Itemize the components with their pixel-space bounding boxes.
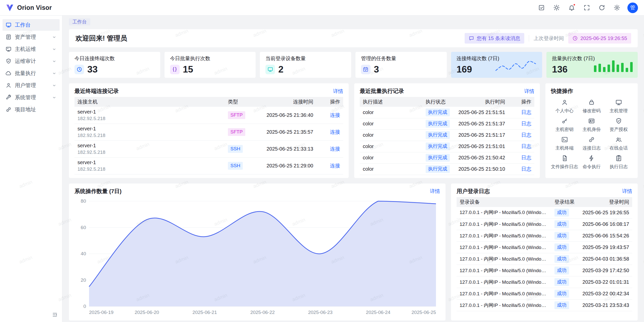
quick-action-host-manage[interactable]: 主机管理 xyxy=(605,97,632,116)
status-cell: 执行完成 xyxy=(423,152,454,163)
result-cell: 成功 xyxy=(551,265,578,276)
protocol-tag: SFTP xyxy=(228,128,245,136)
link-icon xyxy=(588,136,595,143)
status-cell: 执行完成 xyxy=(423,118,454,129)
status-tag: 执行完成 xyxy=(426,120,450,128)
connect-link[interactable]: 连接 xyxy=(330,129,340,135)
table-row: server-1182.92.5.218SSH2025-06-25 21:29:… xyxy=(74,157,343,174)
sidebar-item-project-url[interactable]: 项目地址 xyxy=(3,104,60,115)
result-tag: 成功 xyxy=(554,290,569,298)
type-cell: SFTP xyxy=(225,124,260,140)
users-icon xyxy=(615,136,622,143)
stat-value: 3 xyxy=(374,64,379,75)
connect-link[interactable]: 连接 xyxy=(330,146,340,152)
connect-link[interactable]: 连接 xyxy=(330,163,340,168)
unread-messages-pill[interactable]: 您有 15 条未读消息 xyxy=(465,33,524,44)
quick-action-online-session[interactable]: 在线会话 xyxy=(605,134,632,153)
protocol-tag: SSH xyxy=(228,145,243,153)
quick-action-host-identity[interactable]: 主机身份 xyxy=(578,116,605,134)
quick-action-connect-log[interactable]: 连接日志 xyxy=(578,134,605,153)
table-row: server-1182.92.5.218SFTP2025-06-25 21:35… xyxy=(74,124,343,140)
breadcrumb-item-workbench[interactable]: 工作台 xyxy=(69,18,90,25)
panel-header: 最近批量执行记录 详情 xyxy=(360,87,534,95)
svg-text:2025-06-21: 2025-06-21 xyxy=(192,310,217,315)
table-row: 127.0.0.1 - 内网IP - Mozilla/5.0 (Windows … xyxy=(457,300,632,311)
result-tag: 成功 xyxy=(554,232,569,240)
time-cell: 2025-04-03 01:36:58 xyxy=(578,253,632,265)
clipboard-list-icon xyxy=(615,155,622,162)
refresh-button[interactable] xyxy=(596,2,607,13)
quick-action-host-terminal[interactable]: 主机终端 xyxy=(551,134,578,153)
quick-action-asset-auth[interactable]: 资产授权 xyxy=(605,116,632,134)
stat-value: 2 xyxy=(278,64,284,75)
table-row: 127.0.0.1 - 内网IP - Mozilla/5.0 (Windows … xyxy=(457,276,632,288)
user-avatar[interactable]: 管 xyxy=(627,3,638,13)
sidebar-item-workbench[interactable]: 工作台 xyxy=(3,19,60,31)
notifications-button[interactable] xyxy=(566,2,577,13)
log-link[interactable]: 日志 xyxy=(521,144,531,149)
quick-action-profile[interactable]: 个人中心 xyxy=(551,97,578,116)
logo-icon xyxy=(6,4,14,12)
quick-action-command-exec[interactable]: 命令执行 xyxy=(578,153,605,171)
column-header: 登录结果 xyxy=(551,197,578,207)
terminal-icon xyxy=(561,136,568,143)
last-login-time-pill: 2025-06-25 19:26:55 xyxy=(568,33,631,44)
login-logs-table-wrap: 登录设备登录结果登录时间127.0.0.1 - 内网IP - Mozilla/5… xyxy=(457,197,632,311)
log-link[interactable]: 日志 xyxy=(521,166,531,172)
host-cell: server-1182.92.5.218 xyxy=(74,107,225,124)
protocol-tag: SSH xyxy=(228,162,243,170)
chevron-down-icon xyxy=(52,47,57,52)
sidebar-item-system-mgmt[interactable]: 系统管理 xyxy=(3,92,60,103)
svg-text:2025-06-24: 2025-06-24 xyxy=(366,310,391,315)
table-row: 127.0.0.1 - 内网IP - Mozilla/5.0 (Windows … xyxy=(457,230,632,242)
fullscreen-icon xyxy=(583,4,590,11)
login-logs-detail-link[interactable]: 详情 xyxy=(622,188,632,195)
fullscreen-button[interactable] xyxy=(581,2,592,13)
settings-button[interactable] xyxy=(611,2,622,13)
desc-cell: color xyxy=(360,107,423,118)
quick-action-label: 主机终端 xyxy=(555,145,574,151)
chevron-down-icon xyxy=(52,35,57,40)
sidebar-item-batch-exec[interactable]: 批量执行 xyxy=(3,67,60,79)
system-ops-detail-link[interactable]: 详情 xyxy=(430,188,440,195)
status-cell: 执行完成 xyxy=(423,129,454,141)
theme-button[interactable] xyxy=(551,2,562,13)
table-row: 127.0.0.1 - 内网IP - Mozilla/5.0 (Windows … xyxy=(457,253,632,265)
quick-action-host-key[interactable]: 主机密钥 xyxy=(551,116,578,134)
log-link[interactable]: 日志 xyxy=(521,155,531,160)
result-tag: 成功 xyxy=(554,255,569,263)
result-cell: 成功 xyxy=(551,288,578,300)
collapse-sidebar-button[interactable] xyxy=(51,310,59,319)
connect-link[interactable]: 连接 xyxy=(330,112,340,118)
recent-connections-detail-link[interactable]: 详情 xyxy=(333,88,343,95)
column-header: 连接主机 xyxy=(74,97,225,107)
panel-system-ops: 系统操作数量 (7日) 详情 0204060802025-06-192025-0… xyxy=(69,184,446,320)
batch-icon xyxy=(6,70,12,76)
sidebar-item-asset-mgmt[interactable]: 资产管理 xyxy=(3,31,60,43)
stat-value: 33 xyxy=(87,64,98,75)
log-link[interactable]: 日志 xyxy=(521,121,531,126)
asset-icon xyxy=(6,34,12,40)
recent-connections-table-wrap: 连接主机类型连接时间操作server-1182.92.5.218SFTP2025… xyxy=(74,97,343,174)
time-cell: 2025-06-25 21:51:51 xyxy=(454,107,508,118)
stats-row: 今日连接终端次数33今日批量执行次数15当前登录设备数量2管理的任务数量3连接终… xyxy=(69,52,638,78)
sidebar-item-ops-audit[interactable]: 运维审计 xyxy=(3,55,60,67)
quick-action-file-log[interactable]: 文件操作日志 xyxy=(551,153,578,171)
quick-action-exec-log[interactable]: 执行日志 xyxy=(605,153,632,171)
log-link[interactable]: 日志 xyxy=(521,110,531,115)
action-cell: 日志 xyxy=(508,129,534,141)
password-lock-icon xyxy=(588,99,595,106)
log-link[interactable]: 日志 xyxy=(521,132,531,138)
quick-action-change-password[interactable]: 修改密码 xyxy=(578,97,605,116)
stat-card-online-devices: 当前登录设备数量2 xyxy=(260,52,351,78)
check-square-button[interactable] xyxy=(536,2,547,13)
executions-7d-sparkline xyxy=(590,59,633,72)
time-cell: 2025-06-25 21:51:17 xyxy=(454,129,508,141)
svg-text:80: 80 xyxy=(81,198,86,204)
svg-text:60: 60 xyxy=(81,225,86,230)
quick-action-label: 个人中心 xyxy=(555,108,574,114)
table-row: color执行完成2025-06-25 21:50:42日志 xyxy=(360,152,534,163)
recent-executions-detail-link[interactable]: 详情 xyxy=(524,88,534,95)
sidebar-item-user-mgmt[interactable]: 用户管理 xyxy=(3,80,60,91)
sidebar-item-host-ops[interactable]: 主机运维 xyxy=(3,43,60,55)
